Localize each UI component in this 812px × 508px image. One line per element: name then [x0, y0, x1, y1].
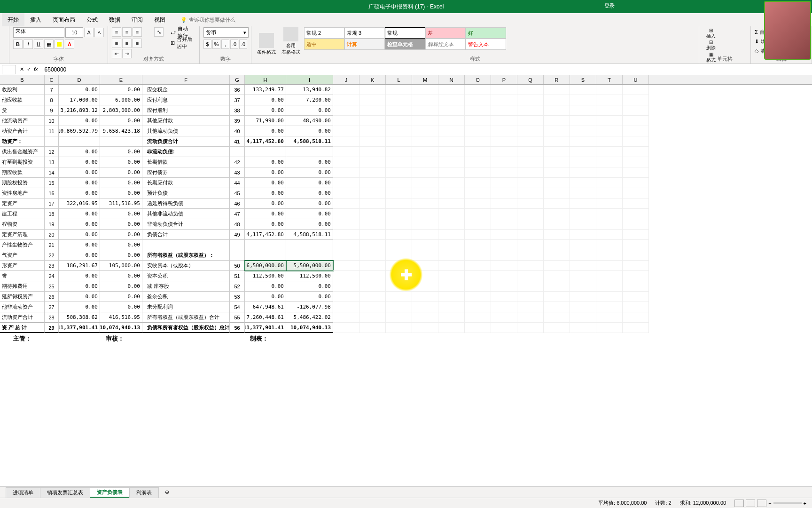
cell[interactable]: 减:库存股 — [142, 281, 230, 292]
cell[interactable]: 11,377,901.41 — [245, 323, 286, 333]
align-middle-icon[interactable]: ≡ — [122, 27, 132, 37]
cell[interactable]: 18 — [45, 209, 59, 219]
cell[interactable]: 0.00 — [100, 219, 142, 230]
cell[interactable]: 23 — [45, 261, 59, 271]
cell[interactable]: 17,000.00 — [59, 95, 100, 105]
column-header[interactable]: L — [386, 75, 412, 84]
cell[interactable]: 53 — [230, 292, 245, 302]
cell[interactable]: 建工程 — [0, 209, 45, 219]
enter-icon[interactable]: ✓ — [27, 66, 31, 72]
cell[interactable]: 0.00 — [59, 167, 100, 178]
cell[interactable]: 6,500,000.00 — [245, 261, 286, 271]
cell[interactable]: 0.00 — [100, 281, 142, 292]
column-header[interactable]: U — [623, 75, 649, 84]
cell[interactable]: 期应收款 — [0, 167, 45, 178]
cell[interactable]: 0.00 — [286, 292, 333, 302]
fill-color-button[interactable] — [55, 40, 64, 49]
cell[interactable] — [245, 250, 286, 261]
percent-format-button[interactable]: % — [212, 40, 220, 49]
cell[interactable]: 416,516.95 — [100, 312, 142, 323]
cell[interactable]: 0.00 — [59, 178, 100, 188]
cell[interactable]: 47 — [230, 209, 245, 219]
comma-format-button[interactable]: , — [221, 40, 229, 49]
cell[interactable]: 资 产 总 计 — [0, 323, 45, 333]
decrease-font-icon[interactable]: A — [94, 28, 104, 37]
cell[interactable]: 42 — [230, 157, 245, 167]
column-header[interactable]: H — [245, 75, 286, 84]
cell[interactable]: 0.00 — [59, 302, 100, 312]
cell[interactable]: 50 — [230, 261, 245, 271]
menu-tab-5[interactable]: 审阅 — [126, 13, 148, 26]
cell[interactable]: 0.00 — [286, 198, 333, 209]
cell[interactable]: 0.00 — [100, 230, 142, 240]
align-bottom-icon[interactable]: ≡ — [133, 27, 142, 37]
cell[interactable]: 24 — [45, 271, 59, 281]
login-label[interactable]: 登录 — [604, 2, 615, 9]
cell[interactable]: 56 — [230, 323, 245, 333]
cell[interactable]: 0.00 — [245, 105, 286, 116]
increase-font-icon[interactable]: A — [84, 28, 94, 37]
column-header[interactable]: O — [465, 75, 491, 84]
column-header[interactable]: Q — [517, 75, 544, 84]
normal-view-button[interactable] — [734, 500, 744, 507]
cell[interactable]: 0.00 — [100, 271, 142, 281]
style-cell[interactable]: 适中 — [304, 39, 344, 50]
cell[interactable] — [100, 136, 142, 147]
cell[interactable]: 非流动负债合计 — [142, 219, 230, 230]
cell[interactable]: 长期借款 — [142, 157, 230, 167]
cell[interactable]: 流动资产合计 — [0, 312, 45, 323]
cell[interactable]: 44 — [230, 178, 245, 188]
cell[interactable]: 其他应付款 — [142, 116, 230, 126]
cell[interactable]: 气资产 — [0, 250, 45, 261]
cell[interactable]: 48 — [230, 219, 245, 230]
align-left-icon[interactable]: ≡ — [112, 39, 121, 48]
cell[interactable]: 4,588,518.11 — [286, 136, 333, 147]
column-header[interactable]: D — [59, 75, 100, 84]
cell[interactable]: 4,117,452.80 — [245, 230, 286, 240]
insert-button[interactable]: ⊞插入 — [703, 27, 719, 40]
number-format-dropdown[interactable]: 货币▾ — [203, 27, 249, 38]
cell[interactable]: 0.00 — [100, 85, 142, 95]
menu-tab-2[interactable]: 页面布局 — [47, 13, 81, 26]
cell[interactable]: 13 — [45, 157, 59, 167]
cell[interactable]: 0.00 — [286, 281, 333, 292]
cell[interactable]: 应交税金 — [142, 85, 230, 95]
style-cell[interactable]: 检查单元格 — [385, 39, 425, 50]
style-cell[interactable]: 常规 2 — [304, 27, 344, 39]
cell[interactable]: 7,260,448.61 — [245, 312, 286, 323]
cell[interactable]: 8 — [45, 95, 59, 105]
cell[interactable] — [245, 240, 286, 250]
cell[interactable] — [286, 250, 333, 261]
cell[interactable]: 货 — [0, 105, 45, 116]
cell[interactable]: 7,200.00 — [286, 95, 333, 105]
cell[interactable] — [286, 147, 333, 157]
menu-tab-4[interactable]: 数据 — [103, 13, 126, 26]
cell[interactable]: 资本公积 — [142, 271, 230, 281]
merge-center-button[interactable]: ⊞合并后居中 — [168, 38, 195, 48]
cell[interactable]: 其他流动负债 — [142, 126, 230, 136]
cell[interactable]: 0.00 — [59, 240, 100, 250]
zoom-slider[interactable] — [773, 502, 802, 504]
cell[interactable]: 形资产 — [0, 261, 45, 271]
cell[interactable]: 0.00 — [59, 209, 100, 219]
cell[interactable]: 112,500.00 — [286, 271, 333, 281]
cell[interactable]: 0.00 — [245, 219, 286, 230]
cell[interactable]: 37 — [230, 95, 245, 105]
cell[interactable] — [230, 240, 245, 250]
delete-button[interactable]: ⊟删除 — [703, 40, 719, 52]
cell[interactable]: 186,291.67 — [59, 261, 100, 271]
font-name-dropdown[interactable]: 宋体 — [13, 27, 64, 38]
cell[interactable]: 0.00 — [286, 105, 333, 116]
column-header[interactable]: B — [0, 75, 45, 84]
cell[interactable]: 0.00 — [59, 188, 100, 198]
increase-decimal-button[interactable]: .0 — [230, 40, 238, 49]
cell[interactable]: 0.00 — [100, 157, 142, 167]
cell[interactable]: 长期应付款 — [142, 178, 230, 188]
column-header[interactable]: M — [412, 75, 438, 84]
menu-tab-1[interactable]: 插入 — [24, 13, 47, 26]
column-header[interactable]: S — [570, 75, 596, 84]
cell[interactable]: 定资产清理 — [0, 230, 45, 240]
style-cell[interactable]: 解释性文本 — [425, 39, 466, 50]
fx-icon[interactable]: fx — [34, 66, 38, 72]
menu-tab-3[interactable]: 公式 — [81, 13, 103, 26]
